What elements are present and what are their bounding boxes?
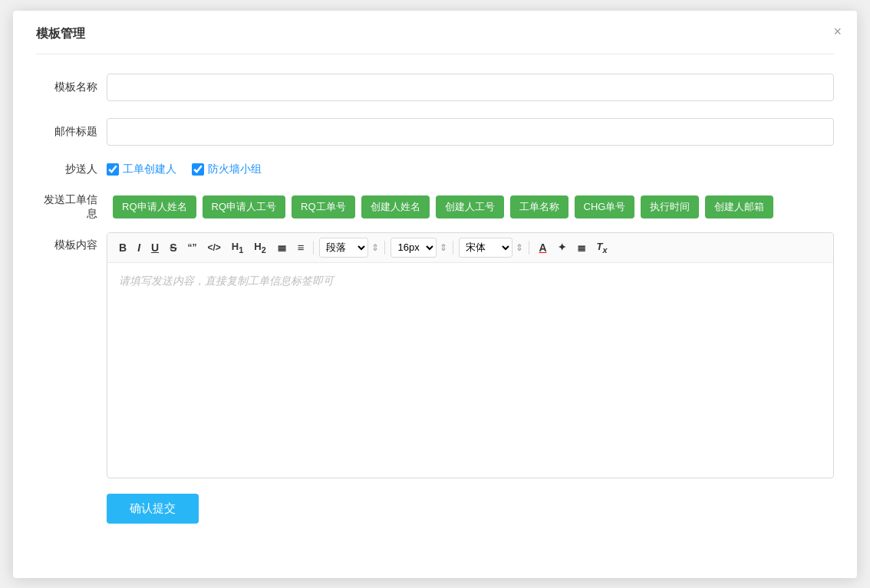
email-subject-input[interactable] <box>107 118 834 146</box>
cc-items: 工单创建人 防火墙小组 <box>107 163 262 176</box>
tag-chg-no[interactable]: CHG单号 <box>575 195 635 218</box>
code-button[interactable]: </> <box>203 240 224 255</box>
paragraph-select[interactable]: 段落 标题1 标题2 标题3 <box>319 238 368 258</box>
strikethrough-button[interactable]: S <box>166 239 180 256</box>
cc-item-1[interactable]: 工单创建人 <box>107 163 176 176</box>
h1-button[interactable]: H1 <box>228 238 247 257</box>
tag-rq-order-no[interactable]: RQ工单号 <box>292 195 355 218</box>
cc-label: 抄送人 <box>36 163 97 176</box>
unordered-list-button[interactable]: ≡ <box>294 238 308 256</box>
clear-format-button[interactable]: Tx <box>593 238 611 257</box>
toolbar-separator-3 <box>453 241 453 255</box>
cc-label-1: 工单创建人 <box>123 163 176 176</box>
ordered-list-button[interactable]: ≣ <box>273 238 291 257</box>
modal-container: 模板管理 × 模板名称 邮件标题 抄送人 工单创建人 防火墙小组 发送工单信息 … <box>13 11 857 578</box>
underline-button[interactable]: U <box>147 239 163 256</box>
italic-button[interactable]: I <box>133 239 144 256</box>
info-label: 发送工单信息 <box>36 193 97 221</box>
align-button[interactable]: ≣ <box>573 239 590 256</box>
font-select[interactable]: 宋体 黑体 微软雅黑 Arial <box>459 238 512 258</box>
editor-wrap: B I U S “” </> H1 H2 ≣ ≡ 段落 标题1 标题2 标题3 … <box>107 232 834 478</box>
cc-row: 抄送人 工单创建人 防火墙小组 <box>36 163 834 176</box>
tag-creator-name[interactable]: 创建人姓名 <box>361 195 430 218</box>
tag-rq-applicant-name[interactable]: RQ申请人姓名 <box>113 195 196 218</box>
tag-creator-id[interactable]: 创建人工号 <box>436 195 504 218</box>
bold-button[interactable]: B <box>115 239 130 256</box>
highlight-button[interactable]: ✦ <box>554 239 570 255</box>
template-name-input[interactable] <box>107 74 834 101</box>
fontsize-arrow: ⇕ <box>440 242 447 253</box>
editor-content[interactable]: 请填写发送内容，直接复制工单信息标签即可 <box>107 263 833 478</box>
editor-row: 模板内容 B I U S “” </> H1 H2 ≣ ≡ 段落 标题1 标题2… <box>36 232 834 478</box>
fontsize-select[interactable]: 16px 12px 14px 18px 24px <box>391 238 437 258</box>
tag-creator-email[interactable]: 创建人邮箱 <box>705 195 773 218</box>
close-button[interactable]: × <box>833 25 842 38</box>
cc-checkbox-1[interactable] <box>107 163 119 176</box>
cc-item-2[interactable]: 防火墙小组 <box>192 163 262 176</box>
font-arrow: ⇕ <box>516 242 523 253</box>
paragraph-arrow: ⇕ <box>371 242 379 253</box>
template-name-label: 模板名称 <box>36 80 97 94</box>
editor-toolbar: B I U S “” </> H1 H2 ≣ ≡ 段落 标题1 标题2 标题3 … <box>107 233 833 263</box>
blockquote-button[interactable]: “” <box>183 240 200 255</box>
email-subject-row: 邮件标题 <box>36 118 834 146</box>
tag-rq-applicant-id[interactable]: RQ申请人工号 <box>203 195 286 218</box>
cc-checkbox-2[interactable] <box>192 163 204 176</box>
toolbar-separator-4 <box>529 241 529 255</box>
toolbar-separator-1 <box>313 241 314 255</box>
toolbar-separator-2 <box>384 241 385 255</box>
editor-label: 模板内容 <box>36 232 97 252</box>
submit-button[interactable]: 确认提交 <box>107 494 199 524</box>
template-name-row: 模板名称 <box>36 74 834 101</box>
cc-label-2: 防火墙小组 <box>208 163 262 176</box>
h2-button[interactable]: H2 <box>250 238 269 257</box>
tag-order-name[interactable]: 工单名称 <box>510 195 568 218</box>
tag-exec-time[interactable]: 执行时间 <box>641 195 699 218</box>
modal-title: 模板管理 <box>36 26 834 54</box>
font-color-button[interactable]: A <box>535 239 550 256</box>
submit-row: 确认提交 <box>36 494 834 524</box>
info-tags-row: 发送工单信息 RQ申请人姓名 RQ申请人工号 RQ工单号 创建人姓名 创建人工号… <box>36 193 834 221</box>
email-subject-label: 邮件标题 <box>36 125 97 139</box>
